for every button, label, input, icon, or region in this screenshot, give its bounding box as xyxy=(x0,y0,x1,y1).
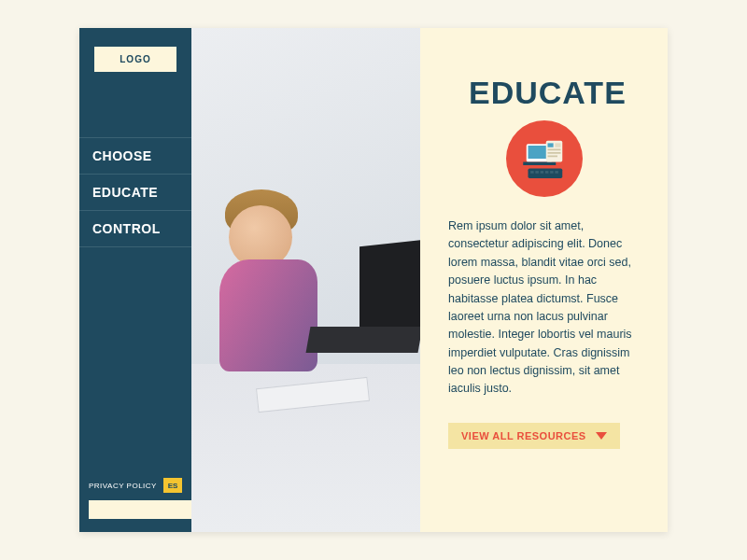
svg-rect-13 xyxy=(535,171,539,174)
svg-rect-7 xyxy=(555,143,560,147)
hero-image xyxy=(191,28,420,532)
cta-label: VIEW ALL RESOURCES xyxy=(461,430,586,441)
svg-rect-14 xyxy=(541,171,544,174)
nav-item-control[interactable]: CONTROL xyxy=(79,210,191,247)
svg-rect-12 xyxy=(530,171,534,174)
privacy-row: PRIVACY POLICY ES xyxy=(89,478,182,493)
sidebar: LOGO CHOOSE EDUCATE CONTROL PRIVACY POLI… xyxy=(79,28,191,532)
nav-item-choose[interactable]: CHOOSE xyxy=(79,137,191,174)
svg-rect-17 xyxy=(555,171,558,174)
language-toggle[interactable]: ES xyxy=(163,478,182,493)
devices-icon xyxy=(506,120,583,197)
svg-rect-15 xyxy=(545,171,549,174)
view-all-resources-button[interactable]: VIEW ALL RESOURCES xyxy=(448,423,620,449)
privacy-policy-link[interactable]: PRIVACY POLICY xyxy=(89,482,157,490)
content-panel: EDUCATE Rem ipsum dolor si xyxy=(420,28,668,532)
svg-rect-6 xyxy=(548,143,554,147)
search-row xyxy=(89,500,182,519)
primary-nav: CHOOSE EDUCATE CONTROL xyxy=(79,137,191,247)
page-title: EDUCATE xyxy=(448,75,640,111)
svg-rect-16 xyxy=(550,171,554,174)
svg-rect-10 xyxy=(548,156,558,158)
page-container: LOGO CHOOSE EDUCATE CONTROL PRIVACY POLI… xyxy=(79,28,668,532)
sidebar-footer: PRIVACY POLICY ES xyxy=(89,478,182,519)
nav-item-educate[interactable]: EDUCATE xyxy=(79,174,191,210)
svg-rect-4 xyxy=(523,162,556,166)
svg-rect-9 xyxy=(548,152,561,154)
chevron-down-icon xyxy=(596,432,607,440)
body-text: Rem ipsum dolor sit amet, consectetur ad… xyxy=(448,217,640,399)
svg-rect-8 xyxy=(548,149,561,151)
logo[interactable]: LOGO xyxy=(94,47,176,72)
